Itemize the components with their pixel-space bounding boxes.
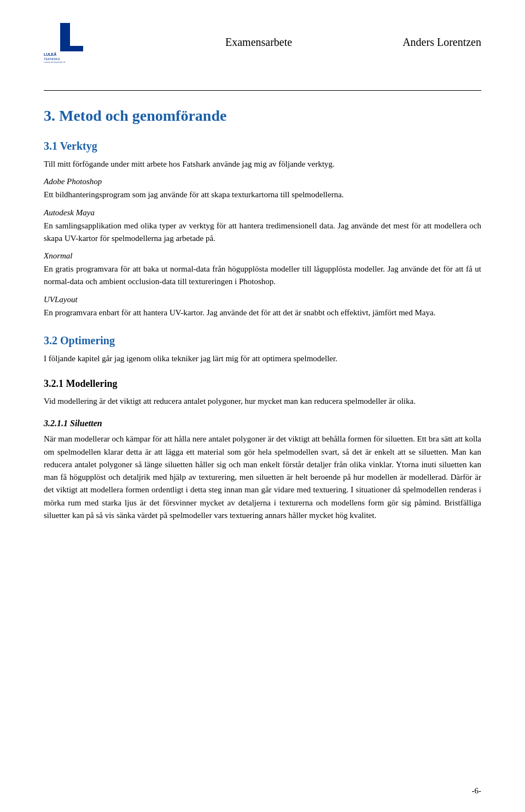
tool-desc-xnormal: En gratis programvara för att baka ut no… <box>44 263 481 289</box>
header-document-type: Examensarbete <box>115 36 402 49</box>
section-2-title: 3.2 Optimering <box>44 334 481 347</box>
page-header: LULEÅ TEKNISKA UNIVERSITET Examensarbete… <box>44 22 481 68</box>
university-logo: LULEÅ TEKNISKA UNIVERSITET <box>44 22 93 63</box>
svg-text:LULEÅ: LULEÅ <box>44 52 56 56</box>
section-1-intro: Till mitt förfögande under mitt arbete h… <box>44 158 481 170</box>
subsubsection-1-title: 3.2.1.1 Siluetten <box>44 419 481 428</box>
page: LULEÅ TEKNISKA UNIVERSITET Examensarbete… <box>0 0 525 812</box>
chapter-title: 3. Metod och genomförande <box>44 107 481 125</box>
page-number: -6- <box>472 786 482 796</box>
section-1-title: 3.1 Verktyg <box>44 140 481 152</box>
tool-name-maya: Autodesk Maya <box>44 208 481 217</box>
tool-desc-uvlayout: En programvara enbart för att hantera UV… <box>44 307 481 319</box>
svg-text:TEKNISKA: TEKNISKA <box>44 57 60 61</box>
subsection-1-text: Vid modellering är det viktigt att reduc… <box>44 395 481 408</box>
header-author: Anders Lorentzen <box>402 36 481 49</box>
header-divider <box>44 90 481 91</box>
subsubsection-1-text: När man modellerar och kämpar för att hå… <box>44 433 481 522</box>
tool-desc-maya: En samlingsapplikation med olika typer a… <box>44 220 481 245</box>
tool-name-photoshop: Adobe Photoshop <box>44 177 481 186</box>
svg-text:UNIVERSITET: UNIVERSITET <box>44 61 66 63</box>
logo-area: LULEÅ TEKNISKA UNIVERSITET <box>44 22 93 63</box>
subsection-1-title: 3.2.1 Modellering <box>44 378 481 390</box>
tool-name-uvlayout: UVLayout <box>44 295 481 304</box>
section-2-intro: I följande kapitel går jag igenom olika … <box>44 352 481 365</box>
tool-name-xnormal: Xnormal <box>44 251 481 261</box>
svg-rect-1 <box>60 46 83 51</box>
tool-desc-photoshop: Ett bildhanteringsprogram som jag använd… <box>44 189 481 201</box>
